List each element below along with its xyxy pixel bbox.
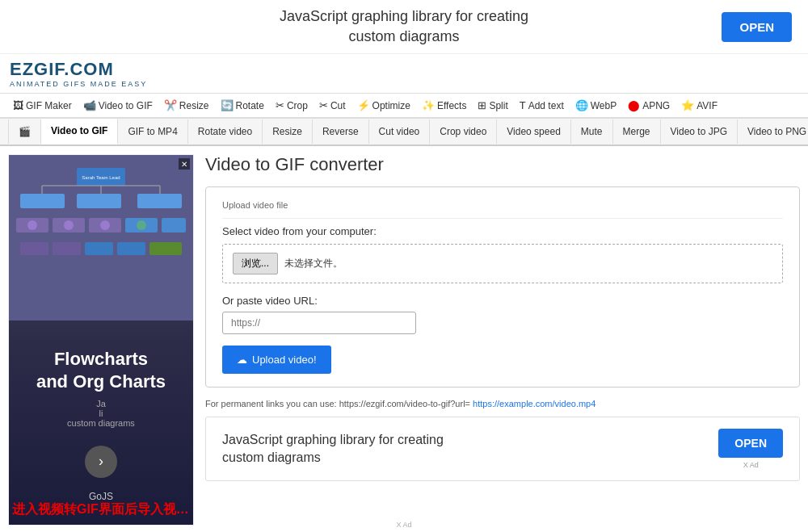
svg-point-15 bbox=[64, 220, 74, 230]
nav-video-to-gif-label: Video to GIF bbox=[99, 100, 153, 111]
logo-main-text: EZGIF.COM bbox=[10, 59, 147, 80]
file-name-display: 未选择文件。 bbox=[284, 257, 343, 270]
sub-nav-reverse-label: Reverse bbox=[322, 126, 359, 137]
org-chart-svg: Sarah Team Lead bbox=[12, 161, 190, 315]
nav-split[interactable]: ⊞ Split bbox=[473, 97, 512, 114]
nav-webp-label: WebP bbox=[591, 100, 617, 111]
chinese-overlay: 进入视频转GIF界面后导入视频文件 bbox=[9, 495, 193, 525]
left-ad-image: Sarah Team Lead bbox=[9, 155, 193, 320]
svg-rect-2 bbox=[20, 194, 65, 208]
sub-nav-merge[interactable]: Merge bbox=[613, 119, 661, 144]
svg-rect-3 bbox=[77, 194, 121, 208]
nav-avif[interactable]: ⭐ AVIF bbox=[676, 97, 722, 114]
bottom-ad: JavaScript graphing library for creating… bbox=[205, 417, 800, 481]
sub-nav-video-speed-label: Video speed bbox=[507, 126, 561, 137]
left-ad-subtitle: Jalicustom diagrams bbox=[59, 394, 143, 433]
nav-rotate[interactable]: 🔄 Rotate bbox=[216, 97, 269, 114]
permanent-link-url[interactable]: https://example.com/video.mp4 bbox=[473, 399, 595, 408]
sub-nav-gif-to-mp4[interactable]: GIF to MP4 bbox=[118, 119, 187, 144]
avif-icon: ⭐ bbox=[681, 99, 694, 111]
left-ad-close-button[interactable]: ✕ bbox=[179, 158, 190, 170]
nav-add-text-label: Add text bbox=[528, 100, 564, 111]
svg-point-17 bbox=[137, 220, 146, 230]
nav-gif-maker-label: GIF Maker bbox=[26, 100, 72, 111]
svg-rect-19 bbox=[53, 242, 81, 255]
svg-text:Sarah Team Lead: Sarah Team Lead bbox=[82, 175, 120, 180]
sub-nav-video-to-gif[interactable]: Video to GIF bbox=[41, 119, 118, 145]
svg-rect-20 bbox=[85, 242, 113, 255]
upload-button[interactable]: ☁ Upload video! bbox=[222, 346, 331, 374]
sub-nav-film-icon[interactable]: 🎬 bbox=[8, 119, 41, 144]
rotate-icon: 🔄 bbox=[221, 99, 234, 111]
nav-resize[interactable]: ✂️ Resize bbox=[159, 97, 214, 114]
svg-point-16 bbox=[100, 220, 110, 230]
sub-nav-video-speed[interactable]: Video speed bbox=[497, 119, 571, 144]
nav-effects-label: Effects bbox=[437, 100, 466, 111]
sub-nav-video-to-jpg[interactable]: Video to JPG bbox=[661, 119, 739, 144]
left-ad-title-area: Flowchartsand Org Charts bbox=[9, 340, 193, 394]
nav-rotate-label: Rotate bbox=[236, 100, 264, 111]
nav-cut-label: Cut bbox=[330, 100, 346, 111]
bottom-ad-open-button[interactable]: OPEN bbox=[718, 429, 783, 458]
upload-box: Upload video file Select video from your… bbox=[205, 186, 800, 387]
upload-icon: ☁ bbox=[237, 354, 247, 366]
sub-nav-video-to-png-label: Video to PNG bbox=[747, 126, 806, 137]
film-icon: 🎬 bbox=[19, 126, 31, 137]
sub-nav-cut-video[interactable]: Cut video bbox=[369, 119, 431, 144]
left-ad-inner: Sarah Team Lead bbox=[9, 155, 193, 525]
left-ad-title: Flowchartsand Org Charts bbox=[17, 348, 185, 394]
nav-avif-label: AVIF bbox=[696, 100, 718, 111]
main-content: Sarah Team Lead bbox=[0, 146, 808, 532]
logo-bar: EZGIF.COM ANIMATED GIFS MADE EASY bbox=[0, 54, 808, 94]
nav-cut[interactable]: ✂ Cut bbox=[314, 97, 351, 114]
svg-rect-13 bbox=[162, 218, 186, 232]
add-text-icon: T bbox=[520, 99, 526, 111]
top-ad-text: JavaScript graphing library for creating… bbox=[218, 6, 590, 47]
nav-optimize[interactable]: ⚡ Optimize bbox=[352, 97, 415, 114]
upload-button-label: Upload video! bbox=[252, 354, 317, 366]
video-to-gif-icon: 📹 bbox=[83, 99, 96, 111]
nav-effects[interactable]: ✨ Effects bbox=[417, 97, 471, 114]
nav-add-text[interactable]: T Add text bbox=[515, 97, 569, 114]
svg-rect-4 bbox=[137, 194, 182, 208]
nav-split-label: Split bbox=[489, 100, 507, 111]
permanent-link-text: For permanent links you can use: https:/… bbox=[205, 399, 470, 408]
sub-nav-mute[interactable]: Mute bbox=[571, 119, 613, 144]
sub-nav-video-to-jpg-label: Video to JPG bbox=[671, 126, 728, 137]
resize-icon: ✂️ bbox=[164, 99, 177, 111]
nav-gif-maker[interactable]: 🖼 GIF Maker bbox=[8, 97, 77, 114]
permanent-link-area: For permanent links you can use: https:/… bbox=[205, 399, 800, 408]
left-ad-arrow-button[interactable]: › bbox=[85, 446, 117, 478]
effects-icon: ✨ bbox=[422, 99, 435, 111]
nav-video-to-gif[interactable]: 📹 Video to GIF bbox=[78, 97, 158, 114]
svg-rect-18 bbox=[20, 242, 48, 255]
sub-nav-cut-video-label: Cut video bbox=[379, 126, 420, 137]
browse-button[interactable]: 浏览... bbox=[233, 253, 278, 274]
url-input[interactable] bbox=[222, 312, 416, 334]
nav-optimize-label: Optimize bbox=[372, 100, 410, 111]
bottom-ad-label: X Ad bbox=[743, 461, 759, 469]
nav-apng-label: APNG bbox=[642, 100, 670, 111]
nav-crop[interactable]: ✂ Crop bbox=[271, 97, 313, 114]
sub-nav-rotate-video[interactable]: Rotate video bbox=[188, 119, 263, 144]
sub-nav-reverse[interactable]: Reverse bbox=[313, 119, 369, 144]
nav-apng[interactable]: ⬤ APNG bbox=[623, 97, 675, 114]
logo-sub-text: ANIMATED GIFS MADE EASY bbox=[10, 80, 147, 88]
nav-webp[interactable]: 🌐 WebP bbox=[570, 97, 621, 114]
sub-nav-crop-video-label: Crop video bbox=[440, 126, 486, 137]
sub-nav-video-to-gif-label: Video to GIF bbox=[51, 125, 107, 136]
sub-nav-mute-label: Mute bbox=[581, 126, 603, 137]
split-icon: ⊞ bbox=[478, 99, 486, 111]
nav-crop-label: Crop bbox=[287, 100, 308, 111]
svg-rect-21 bbox=[117, 242, 145, 255]
sub-nav-merge-label: Merge bbox=[623, 126, 650, 137]
sub-nav-resize[interactable]: Resize bbox=[263, 119, 313, 144]
sub-nav-resize-label: Resize bbox=[272, 126, 302, 137]
top-ad-open-button[interactable]: OPEN bbox=[722, 12, 792, 42]
logo[interactable]: EZGIF.COM ANIMATED GIFS MADE EASY bbox=[10, 59, 147, 88]
gif-maker-icon: 🖼 bbox=[13, 99, 23, 111]
right-content: Video to GIF converter Upload video file… bbox=[205, 154, 800, 526]
svg-point-14 bbox=[27, 220, 37, 230]
sub-nav-crop-video[interactable]: Crop video bbox=[430, 119, 497, 144]
sub-nav-video-to-png[interactable]: Video to PNG bbox=[738, 119, 808, 144]
